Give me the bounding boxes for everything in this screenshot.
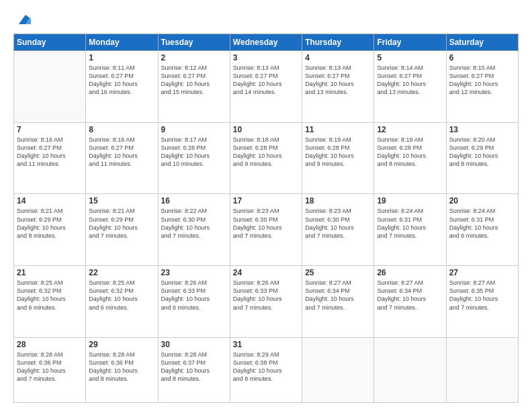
calendar-cell: 15Sunrise: 8:21 AMSunset: 6:29 PMDayligh… (86, 194, 158, 266)
day-number: 8 (89, 125, 154, 134)
day-info: Sunrise: 8:27 AMSunset: 6:35 PMDaylight:… (449, 279, 515, 312)
calendar-week-row: 28Sunrise: 8:28 AMSunset: 6:36 PMDayligh… (14, 337, 519, 402)
day-number: 31 (233, 340, 299, 349)
day-info: Sunrise: 8:19 AMSunset: 6:28 PMDaylight:… (377, 136, 443, 169)
day-number: 10 (233, 125, 299, 134)
day-info: Sunrise: 8:24 AMSunset: 6:31 PMDaylight:… (377, 207, 443, 240)
calendar-cell: 5Sunrise: 8:14 AMSunset: 6:27 PMDaylight… (374, 51, 446, 123)
day-number: 16 (161, 196, 227, 205)
day-info: Sunrise: 8:18 AMSunset: 6:28 PMDaylight:… (233, 136, 299, 169)
day-number: 18 (305, 196, 371, 205)
day-number: 2 (161, 53, 227, 62)
calendar-cell: 21Sunrise: 8:25 AMSunset: 6:32 PMDayligh… (14, 266, 86, 338)
calendar-cell: 30Sunrise: 8:28 AMSunset: 6:37 PMDayligh… (158, 337, 230, 402)
day-info: Sunrise: 8:27 AMSunset: 6:34 PMDaylight:… (305, 279, 371, 312)
day-number: 7 (17, 125, 83, 134)
calendar-cell: 12Sunrise: 8:19 AMSunset: 6:28 PMDayligh… (374, 122, 446, 194)
day-info: Sunrise: 8:22 AMSunset: 6:30 PMDaylight:… (161, 207, 227, 240)
day-number: 27 (449, 268, 515, 277)
day-number: 19 (377, 196, 443, 205)
day-info: Sunrise: 8:29 AMSunset: 6:38 PMDaylight:… (233, 351, 299, 383)
day-number: 6 (449, 53, 515, 62)
day-number: 4 (305, 53, 371, 62)
calendar-cell (446, 337, 518, 402)
calendar-cell: 2Sunrise: 8:12 AMSunset: 6:27 PMDaylight… (158, 51, 230, 123)
col-header-thursday: Thursday (302, 34, 374, 51)
day-info: Sunrise: 8:13 AMSunset: 6:27 PMDaylight:… (233, 64, 299, 97)
calendar-cell: 1Sunrise: 8:11 AMSunset: 6:27 PMDaylight… (86, 51, 158, 123)
calendar-table: SundayMondayTuesdayWednesdayThursdayFrid… (13, 34, 519, 403)
calendar-cell: 6Sunrise: 8:15 AMSunset: 6:27 PMDaylight… (446, 51, 518, 123)
calendar-cell: 19Sunrise: 8:24 AMSunset: 6:31 PMDayligh… (374, 194, 446, 266)
calendar-cell: 17Sunrise: 8:23 AMSunset: 6:30 PMDayligh… (230, 194, 302, 266)
day-number: 14 (17, 196, 83, 205)
calendar-cell: 20Sunrise: 8:24 AMSunset: 6:31 PMDayligh… (446, 194, 518, 266)
day-number: 29 (89, 340, 154, 349)
day-number: 23 (161, 268, 227, 277)
calendar-week-row: 21Sunrise: 8:25 AMSunset: 6:32 PMDayligh… (14, 266, 519, 338)
calendar-cell: 13Sunrise: 8:20 AMSunset: 6:29 PMDayligh… (446, 122, 518, 194)
day-info: Sunrise: 8:26 AMSunset: 6:33 PMDaylight:… (233, 279, 299, 312)
calendar-cell: 27Sunrise: 8:27 AMSunset: 6:35 PMDayligh… (446, 266, 518, 338)
day-info: Sunrise: 8:21 AMSunset: 6:29 PMDaylight:… (89, 207, 154, 240)
day-info: Sunrise: 8:12 AMSunset: 6:27 PMDaylight:… (161, 64, 227, 97)
calendar-cell: 11Sunrise: 8:19 AMSunset: 6:28 PMDayligh… (302, 122, 374, 194)
day-number: 28 (17, 340, 83, 349)
day-number: 25 (305, 268, 371, 277)
day-info: Sunrise: 8:23 AMSunset: 6:30 PMDaylight:… (233, 207, 299, 240)
day-number: 11 (305, 125, 371, 134)
calendar-cell: 7Sunrise: 8:16 AMSunset: 6:27 PMDaylight… (14, 122, 86, 194)
day-number: 5 (377, 53, 443, 62)
calendar-cell: 8Sunrise: 8:16 AMSunset: 6:27 PMDaylight… (86, 122, 158, 194)
day-number: 17 (233, 196, 299, 205)
col-header-monday: Monday (86, 34, 158, 51)
day-info: Sunrise: 8:21 AMSunset: 6:29 PMDaylight:… (17, 207, 83, 240)
day-info: Sunrise: 8:16 AMSunset: 6:27 PMDaylight:… (17, 136, 83, 169)
day-number: 21 (17, 268, 83, 277)
col-header-tuesday: Tuesday (158, 34, 230, 51)
day-info: Sunrise: 8:11 AMSunset: 6:27 PMDaylight:… (89, 64, 154, 97)
page: SundayMondayTuesdayWednesdayThursdayFrid… (0, 0, 532, 411)
day-number: 9 (161, 125, 227, 134)
calendar-week-row: 7Sunrise: 8:16 AMSunset: 6:27 PMDaylight… (14, 122, 519, 194)
calendar-cell: 10Sunrise: 8:18 AMSunset: 6:28 PMDayligh… (230, 122, 302, 194)
col-header-friday: Friday (374, 34, 446, 51)
day-number: 24 (233, 268, 299, 277)
calendar-cell: 14Sunrise: 8:21 AMSunset: 6:29 PMDayligh… (14, 194, 86, 266)
day-number: 22 (89, 268, 154, 277)
day-number: 15 (89, 196, 154, 205)
day-info: Sunrise: 8:26 AMSunset: 6:33 PMDaylight:… (161, 279, 227, 312)
day-info: Sunrise: 8:19 AMSunset: 6:28 PMDaylight:… (305, 136, 371, 169)
day-info: Sunrise: 8:25 AMSunset: 6:32 PMDaylight:… (17, 279, 83, 312)
calendar-cell: 29Sunrise: 8:28 AMSunset: 6:36 PMDayligh… (86, 337, 158, 402)
calendar-cell (302, 337, 374, 402)
day-info: Sunrise: 8:13 AMSunset: 6:27 PMDaylight:… (305, 64, 371, 97)
logo-icon (16, 12, 31, 27)
day-number: 1 (89, 53, 154, 62)
day-number: 26 (377, 268, 443, 277)
header (13, 12, 519, 27)
calendar-cell: 25Sunrise: 8:27 AMSunset: 6:34 PMDayligh… (302, 266, 374, 338)
calendar-header-row: SundayMondayTuesdayWednesdayThursdayFrid… (14, 34, 519, 51)
calendar-cell: 22Sunrise: 8:25 AMSunset: 6:32 PMDayligh… (86, 266, 158, 338)
day-info: Sunrise: 8:24 AMSunset: 6:31 PMDaylight:… (449, 207, 515, 240)
col-header-saturday: Saturday (446, 34, 518, 51)
col-header-sunday: Sunday (14, 34, 86, 51)
calendar-cell (374, 337, 446, 402)
calendar-cell: 31Sunrise: 8:29 AMSunset: 6:38 PMDayligh… (230, 337, 302, 402)
logo (13, 12, 31, 27)
calendar-cell: 3Sunrise: 8:13 AMSunset: 6:27 PMDaylight… (230, 51, 302, 123)
day-info: Sunrise: 8:27 AMSunset: 6:34 PMDaylight:… (377, 279, 443, 312)
day-info: Sunrise: 8:15 AMSunset: 6:27 PMDaylight:… (449, 64, 515, 97)
day-number: 30 (161, 340, 227, 349)
day-number: 20 (449, 196, 515, 205)
calendar-cell: 4Sunrise: 8:13 AMSunset: 6:27 PMDaylight… (302, 51, 374, 123)
day-info: Sunrise: 8:28 AMSunset: 6:37 PMDaylight:… (161, 351, 227, 383)
day-info: Sunrise: 8:28 AMSunset: 6:36 PMDaylight:… (17, 351, 83, 383)
calendar-week-row: 1Sunrise: 8:11 AMSunset: 6:27 PMDaylight… (14, 51, 519, 123)
calendar-cell: 24Sunrise: 8:26 AMSunset: 6:33 PMDayligh… (230, 266, 302, 338)
calendar-cell: 18Sunrise: 8:23 AMSunset: 6:30 PMDayligh… (302, 194, 374, 266)
day-info: Sunrise: 8:23 AMSunset: 6:30 PMDaylight:… (305, 207, 371, 240)
calendar-cell: 23Sunrise: 8:26 AMSunset: 6:33 PMDayligh… (158, 266, 230, 338)
calendar-cell: 28Sunrise: 8:28 AMSunset: 6:36 PMDayligh… (14, 337, 86, 402)
